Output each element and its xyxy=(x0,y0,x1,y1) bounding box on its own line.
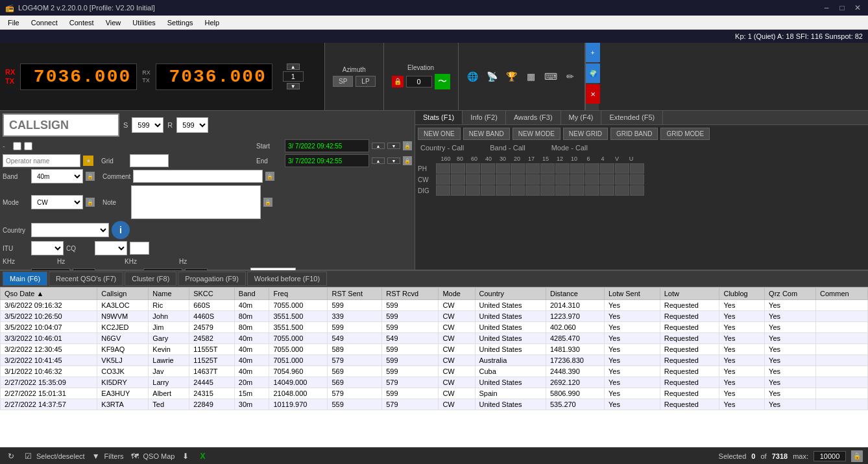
tab-my[interactable]: My (F4) xyxy=(561,111,602,124)
itu-select[interactable] xyxy=(31,241,64,255)
table-row[interactable]: 2/27/2022 15:35:09KI5DRYLarry2444520m140… xyxy=(1,377,868,388)
callsign-input[interactable] xyxy=(3,113,119,137)
sidebar-btn-close[interactable]: ✕ xyxy=(586,84,600,104)
table-row[interactable]: 3/5/2022 10:26:50N9WVMJohn4460S80m3551.5… xyxy=(1,311,868,322)
start-lock[interactable]: 🔒 xyxy=(403,141,412,150)
operator-icon[interactable]: ★ xyxy=(83,156,93,166)
table-row[interactable]: 3/2/2022 10:41:45VK5LJLawrie11525T40m705… xyxy=(1,355,868,366)
start-spin-dn[interactable]: ▼ xyxy=(387,143,400,149)
start-input[interactable] xyxy=(285,139,369,152)
table-row[interactable]: 3/6/2022 09:16:32KA3LOCRic660S40m7055.00… xyxy=(1,300,868,311)
tab-recent-qso[interactable]: Recent QSO's (F7) xyxy=(49,272,123,286)
signal-wave-button[interactable]: 〜 xyxy=(435,74,450,89)
col-qrz-com[interactable]: Qrz Com xyxy=(765,288,816,300)
mode-select[interactable]: CW SSB FT8 xyxy=(31,195,83,209)
comment-input[interactable] xyxy=(133,170,263,183)
band-select[interactable]: 40m 80m 20m 15m 30m xyxy=(31,169,83,183)
btn-new-grid[interactable]: NEW GRID xyxy=(563,128,608,140)
grid-input[interactable] xyxy=(130,154,169,167)
spin-down-button[interactable]: ▼ xyxy=(287,83,300,89)
export-button[interactable]: ⬇ xyxy=(180,450,191,462)
tab-worked-before[interactable]: Worked before (F10) xyxy=(247,272,327,286)
close-button[interactable]: ✕ xyxy=(852,3,863,13)
col-lotw-sent[interactable]: Lotw Sent xyxy=(604,288,660,300)
btn-new-mode[interactable]: NEW MODE xyxy=(512,128,561,140)
table-row[interactable]: 2/27/2022 15:01:31EA3HUYAlbert2431515m21… xyxy=(1,388,868,399)
refresh-button[interactable]: ↻ xyxy=(5,450,17,462)
max-input[interactable] xyxy=(814,451,846,461)
col-name[interactable]: Name xyxy=(149,288,189,300)
menu-help[interactable]: Help xyxy=(200,17,225,28)
table-row[interactable]: 3/3/2022 10:46:01N6GVGary2458240m7055.00… xyxy=(1,333,868,344)
note-lock[interactable]: 🔒 xyxy=(263,198,272,207)
checkbox-2[interactable] xyxy=(24,142,32,150)
tab-info[interactable]: Info (F2) xyxy=(463,111,506,124)
col-rst-rcvd[interactable]: RST Rcvd xyxy=(382,288,439,300)
azimuth-sp-button[interactable]: SP xyxy=(333,76,353,87)
spin-up-button[interactable]: ▲ xyxy=(287,64,300,70)
info-icon[interactable]: i xyxy=(112,221,130,239)
sidebar-btn-2[interactable]: 🌍 xyxy=(586,64,600,83)
tab-cluster[interactable]: Cluster (F8) xyxy=(125,272,176,286)
excel-button[interactable]: X xyxy=(197,450,208,462)
pencil-icon[interactable]: ✏ xyxy=(562,69,578,84)
btn-new-one[interactable]: NEW ONE xyxy=(418,128,461,140)
menu-contest[interactable]: Contest xyxy=(64,17,99,28)
sidebar-btn-1[interactable]: + xyxy=(586,43,600,62)
s-select[interactable]: 599 xyxy=(132,117,163,133)
tab-propagation[interactable]: Propagation (F9) xyxy=(178,272,246,286)
checkbox-1[interactable] xyxy=(13,142,21,150)
tab-main[interactable]: Main (F6) xyxy=(3,272,47,286)
menu-utilities[interactable]: Utilities xyxy=(127,17,160,28)
band-lock[interactable]: 🔒 xyxy=(86,172,95,181)
note-textarea[interactable] xyxy=(131,185,261,219)
menu-file[interactable]: File xyxy=(3,17,25,28)
qso-map-button[interactable]: 🗺 QSO Map xyxy=(129,450,175,462)
max-lock-button[interactable]: 🔒 xyxy=(851,450,863,462)
menu-view[interactable]: View xyxy=(101,17,127,28)
azimuth-lp-button[interactable]: LP xyxy=(356,76,375,87)
btn-grid-mode[interactable]: GRID MODE xyxy=(660,128,710,140)
select-deselect-button[interactable]: ☑ Select/deselect xyxy=(22,450,85,462)
col-distance[interactable]: Distance xyxy=(546,288,604,300)
elevation-lock-icon[interactable]: 🔒 xyxy=(392,76,404,87)
end-spin-up[interactable]: ▲ xyxy=(372,157,385,164)
btn-grid-band[interactable]: GRID BAND xyxy=(610,128,658,140)
cq-select[interactable] xyxy=(95,241,127,255)
mode-lock[interactable]: 🔒 xyxy=(86,198,95,207)
col-freq[interactable]: Freq xyxy=(269,288,328,300)
table-row[interactable]: 3/1/2022 10:46:32CO3JKJav14637T40m7054.9… xyxy=(1,366,868,377)
col-comment[interactable]: Commen xyxy=(816,288,868,300)
col-band[interactable]: Band xyxy=(234,288,269,300)
end-lock[interactable]: 🔒 xyxy=(403,156,412,165)
start-spin-up[interactable]: ▲ xyxy=(372,143,385,149)
end-input[interactable] xyxy=(285,154,369,167)
keyboard-icon[interactable]: ⌨ xyxy=(543,69,559,84)
operator-input[interactable] xyxy=(3,154,80,167)
table-row[interactable]: 2/27/2022 14:37:57K3RTATed2284930m10119.… xyxy=(1,399,868,410)
tab-extended[interactable]: Extended (F5) xyxy=(601,111,663,124)
col-rst-sent[interactable]: RST Sent xyxy=(328,288,382,300)
globe-icon[interactable]: 🌐 xyxy=(465,69,481,84)
col-country[interactable]: Country xyxy=(475,288,546,300)
col-callsign[interactable]: Callsign xyxy=(97,288,149,300)
end-spin-dn[interactable]: ▼ xyxy=(387,157,400,164)
minimize-button[interactable]: – xyxy=(821,3,832,13)
col-mode[interactable]: Mode xyxy=(439,288,475,300)
r-select[interactable]: 599 xyxy=(176,117,208,133)
table-row[interactable]: 3/2/2022 12:30:45KF9AQKevin11555T40m7055… xyxy=(1,344,868,355)
freq-display-2[interactable]: 7036.000 xyxy=(156,64,272,90)
grid-icon[interactable]: ▦ xyxy=(524,69,539,84)
menu-connect[interactable]: Connect xyxy=(26,17,63,28)
filters-button[interactable]: ▼ Filters xyxy=(90,450,124,462)
tab-awards[interactable]: Awards (F3) xyxy=(506,111,561,124)
award-icon[interactable]: 🏆 xyxy=(504,69,520,84)
antenna-icon[interactable]: 📡 xyxy=(485,69,500,84)
col-qso-date[interactable]: Qso Date ▲ xyxy=(1,288,97,300)
btn-new-band[interactable]: NEW BAND xyxy=(463,128,510,140)
comment-lock[interactable]: 🔒 xyxy=(265,172,274,181)
maximize-button[interactable]: □ xyxy=(837,3,847,13)
freq-display-1[interactable]: 7036.000 xyxy=(20,64,137,90)
itu-extra-input[interactable] xyxy=(130,242,149,255)
table-row[interactable]: 3/5/2022 10:04:07KC2JEDJim2457980m3551.5… xyxy=(1,322,868,333)
